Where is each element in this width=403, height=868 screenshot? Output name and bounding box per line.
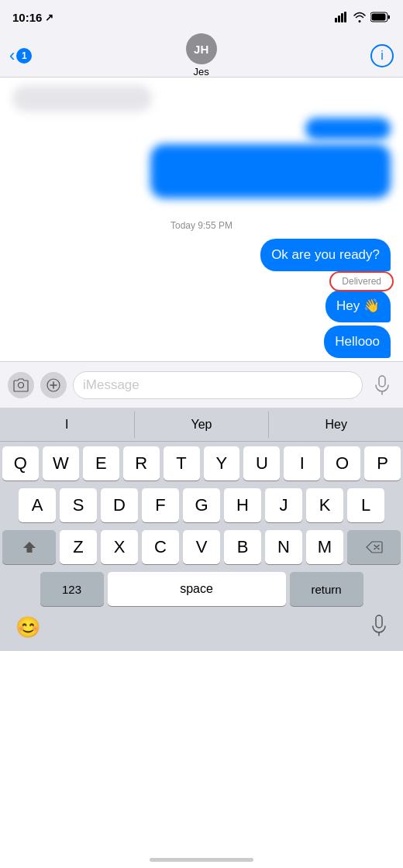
key-O[interactable]: O [324,446,360,480]
keyboard-microphone-icon [370,615,388,636]
key-P[interactable]: P [364,446,401,480]
keyboard-bottom-bar: 😊 [0,614,403,648]
nav-bar: ‹ 1 JH Jes i [0,34,403,78]
signal-icon [335,12,349,22]
home-indicator [150,858,253,862]
key-I[interactable]: I [284,446,320,480]
wifi-icon [353,12,366,22]
key-L[interactable]: L [347,488,384,522]
timestamp: Today 9:55 PM [0,220,403,231]
key-N[interactable]: N [265,530,302,564]
key-Y[interactable]: Y [204,446,240,480]
key-C[interactable]: C [142,530,179,564]
message-row: Hey 👋 [12,290,391,322]
key-G[interactable]: G [183,488,220,522]
svg-rect-11 [376,615,382,628]
status-bar: 10:16 ↗ [0,0,403,34]
outgoing-bubble: Ok are you ready? [260,239,391,271]
input-bar: iMessage [0,361,403,408]
blurred-bubble-lg [150,144,391,198]
camera-button[interactable] [8,372,34,398]
key-W[interactable]: W [43,446,79,480]
contact-name: Jes [194,66,209,78]
battery-icon [370,12,391,22]
key-U[interactable]: U [243,446,280,480]
input-placeholder: iMessage [83,377,140,393]
outgoing-bubble: Hellooo [324,326,391,358]
camera-icon [13,378,29,392]
delivered-row: Delivered [12,274,391,288]
key-Z[interactable]: Z [60,530,97,564]
key-space[interactable]: space [108,572,286,606]
key-rows: Q W E R T Y U I O P A S D F G H J K L [0,442,403,606]
location-icon: ↗ [45,12,53,23]
key-J[interactable]: J [265,488,302,522]
back-badge: 1 [16,48,32,64]
outgoing-bubble: Hey 👋 [326,290,391,322]
key-S[interactable]: S [60,488,97,522]
blurred-bubble [12,85,152,112]
keyboard-mic-button[interactable] [370,615,388,639]
svg-rect-1 [338,16,340,22]
blurred-bubble-sm [305,118,391,140]
key-Q[interactable]: Q [2,446,39,480]
contact-header[interactable]: JH Jes [186,33,217,78]
blurred-incoming [12,85,391,112]
message-row: Ok are you ready? [12,239,391,271]
delivered-status: Delivered [336,274,388,288]
key-F[interactable]: F [142,488,179,522]
key-K[interactable]: K [306,488,343,522]
svg-rect-3 [344,12,346,22]
predictive-word-3[interactable]: Hey [269,412,403,438]
delete-icon [366,541,383,553]
key-B[interactable]: B [224,530,261,564]
mic-button[interactable] [369,372,395,398]
apps-icon [46,377,61,393]
time-label: 10:16 [12,11,42,24]
key-R[interactable]: R [123,446,160,480]
key-H[interactable]: H [224,488,261,522]
predictive-word-1[interactable]: I [0,412,135,438]
svg-rect-2 [341,13,343,22]
status-time: 10:16 ↗ [12,11,53,24]
contact-avatar: JH [186,33,217,64]
key-T[interactable]: T [164,446,200,480]
status-icons [335,12,391,22]
key-123[interactable]: 123 [40,572,104,606]
emoji-button[interactable]: 😊 [16,615,40,639]
key-E[interactable]: E [83,446,119,480]
key-M[interactable]: M [306,530,343,564]
predictive-word-2[interactable]: Yep [135,412,270,438]
back-button[interactable]: ‹ 1 [9,47,32,64]
message-input[interactable]: iMessage [73,371,363,399]
info-button[interactable]: i [370,44,394,67]
key-shift[interactable] [2,530,56,564]
blurred-messages [0,78,403,212]
svg-rect-5 [388,16,391,19]
svg-rect-6 [372,14,386,21]
svg-rect-0 [335,18,337,22]
key-row-1: Q W E R T Y U I O P [2,446,401,480]
key-V[interactable]: V [183,530,220,564]
predictive-bar: I Yep Hey [0,408,403,442]
message-row: Hellooo [12,326,391,358]
key-D[interactable]: D [101,488,138,522]
key-A[interactable]: A [19,488,56,522]
messages-section: Ok are you ready? Delivered Hey 👋 Helloo… [0,239,403,358]
key-row-2: A S D F G H J K L [2,488,401,522]
key-return[interactable]: return [290,572,363,606]
svg-point-7 [19,382,24,388]
back-chevron-icon: ‹ [9,47,15,64]
key-X[interactable]: X [101,530,138,564]
key-row-3: Z X C V B N M [2,530,401,564]
message-area: Today 9:55 PM Ok are you ready? Delivere… [0,78,403,361]
apps-button[interactable] [40,372,67,398]
microphone-icon [374,375,390,395]
key-delete[interactable] [347,530,401,564]
key-row-4: 123 space return [2,572,401,606]
shift-icon [22,540,36,554]
blurred-outgoing [12,118,391,198]
svg-rect-9 [379,376,385,387]
keyboard: I Yep Hey Q W E R T Y U I O P A S D F G … [0,408,403,651]
